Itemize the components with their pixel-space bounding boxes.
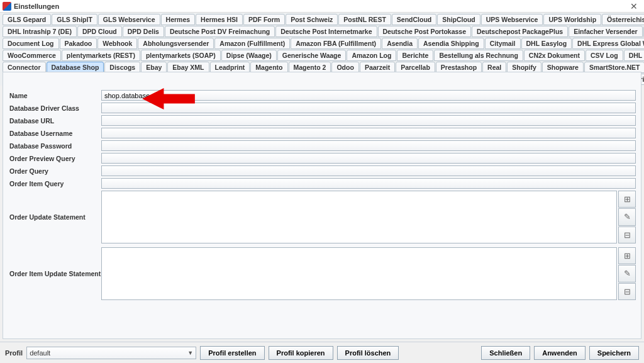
tab-deutschepost-packageplus[interactable]: Deutschepost PackagePlus — [472, 26, 568, 37]
tab-shipcloud[interactable]: ShipCloud — [437, 14, 480, 25]
tab-asendia[interactable]: Asendia — [382, 38, 418, 49]
profile-copy-button[interactable]: Profil kopieren — [269, 346, 333, 360]
pencil-icon: ✎ — [624, 212, 631, 221]
tab-einfacher-versender[interactable]: Einfacher Versender — [569, 26, 643, 37]
order-label: Order Query — [8, 167, 101, 175]
tab-gls-webservice[interactable]: GLS Webservice — [98, 14, 160, 25]
tab-amazon-log[interactable]: Amazon Log — [347, 50, 396, 61]
minus-icon: ⊟ — [624, 230, 631, 240]
tab-ups-worldship[interactable]: UPS Worldship — [543, 14, 601, 25]
tab-deutsche-post-dv-freimachung[interactable]: Deutsche Post DV Freimachung — [165, 26, 275, 37]
tab-asendia-shipping[interactable]: Asendia Shipping — [418, 38, 484, 49]
profile-select[interactable]: default ▼ — [26, 347, 196, 359]
tab-pakadoo[interactable]: Pakadoo — [60, 38, 97, 49]
close-icon[interactable]: ✕ — [626, 1, 641, 11]
app-icon — [3, 2, 11, 11]
tab-pdf-form[interactable]: PDF Form — [243, 14, 285, 25]
tab-dpd-cloud[interactable]: DPD Cloud — [77, 26, 122, 37]
tab-berichte[interactable]: Berichte — [397, 50, 433, 61]
tab-postnl-rest[interactable]: PostNL REST — [338, 14, 391, 25]
tab-csv-log[interactable]: CSV Log — [586, 50, 623, 61]
tab-sendcloud[interactable]: SendCloud — [392, 14, 436, 25]
tab-dhl-intraship-7-de-[interactable]: DHL Intraship 7 (DE) — [3, 26, 77, 37]
chevron-down-icon: ▼ — [187, 350, 193, 356]
tab-cn2x-dokument[interactable]: CN2x Dokument — [524, 50, 585, 61]
tab-plentymarkets-rest-[interactable]: plentymarkets (REST) — [62, 50, 140, 61]
tab-generische-waage[interactable]: Generische Waage — [277, 50, 347, 61]
itemupdate-label: Order Item Update Statement — [8, 270, 101, 277]
preview-input[interactable] — [101, 153, 636, 164]
profile-label: Profil — [5, 349, 23, 357]
plus-icon: ⊞ — [624, 194, 631, 204]
tab-gls-gepard[interactable]: GLS Gepard — [3, 14, 51, 25]
item-label: Order Item Query — [8, 180, 101, 187]
preview-label: Order Preview Query — [8, 155, 101, 162]
itemupdate-add-button[interactable]: ⊞ — [618, 247, 636, 264]
update-add-button[interactable]: ⊞ — [618, 191, 636, 208]
tab-dhl-retoure[interactable]: DHL Retoure — [624, 50, 644, 61]
tab-deutsche-post-portokasse[interactable]: Deutsche Post Portokasse — [378, 26, 471, 37]
tab--sterreichische-post[interactable]: Österreichische Post — [602, 14, 644, 25]
tab-amazon-fba-fulfillment-[interactable]: Amazon FBA (Fulfillment) — [291, 38, 381, 49]
apply-button[interactable]: Anwenden — [534, 346, 586, 360]
name-input[interactable] — [101, 90, 636, 101]
minus-icon: ⊟ — [624, 287, 631, 296]
tab-document-log[interactable]: Document Log — [3, 38, 59, 49]
tab-hermes-hsi[interactable]: Hermes HSI — [196, 14, 243, 25]
plus-icon: ⊞ — [624, 251, 631, 260]
url-label: Database URL — [8, 117, 101, 125]
bottom-bar: Profil default ▼ Profil erstellen Profil… — [0, 342, 644, 363]
profile-value: default — [30, 349, 50, 357]
close-button[interactable]: Schließen — [481, 346, 530, 360]
settings-panel: Name Database Driver Class Database URL … — [3, 72, 641, 339]
tab-webhook[interactable]: Webhook — [97, 38, 137, 49]
tab-hermes[interactable]: Hermes — [161, 14, 196, 25]
tab-gls-shipit[interactable]: GLS ShipIT — [52, 14, 97, 25]
profile-delete-button[interactable]: Profil löschen — [337, 346, 399, 360]
update-label: Order Update Statement — [8, 213, 101, 221]
save-button[interactable]: Speichern — [589, 346, 639, 360]
tab-amazon-fulfillment-[interactable]: Amazon (Fulfillment) — [214, 38, 290, 49]
order-input[interactable] — [101, 165, 636, 176]
update-textarea[interactable] — [101, 191, 617, 243]
tab-dhl-express-global-ws[interactable]: DHL Express Global WS — [572, 38, 644, 49]
update-remove-button[interactable]: ⊟ — [618, 226, 636, 243]
tab-ups-webservice[interactable]: UPS Webservice — [481, 14, 543, 25]
tab-citymail[interactable]: Citymail — [485, 38, 521, 49]
driver-input[interactable] — [101, 103, 636, 113]
profile-create-button[interactable]: Profil erstellen — [200, 346, 264, 360]
itemupdate-textarea[interactable] — [101, 247, 617, 300]
tab-plentymarkets-soap-[interactable]: plentymarkets (SOAP) — [141, 50, 221, 61]
url-input[interactable] — [101, 115, 636, 126]
itemupdate-remove-button[interactable]: ⊟ — [618, 283, 636, 300]
tab-deutsche-post-internetmarke[interactable]: Deutsche Post Internetmarke — [275, 26, 377, 37]
tab-bestellung-als-rechnung[interactable]: Bestellung als Rechnung — [434, 50, 523, 61]
itemupdate-edit-button[interactable]: ✎ — [618, 265, 636, 282]
window-title: Einstellungen — [14, 3, 626, 10]
tab-dipse-waage-[interactable]: Dipse (Waage) — [221, 50, 277, 61]
item-input[interactable] — [101, 178, 636, 189]
tab-dpd-delis[interactable]: DPD Delis — [123, 26, 164, 37]
tab-post-schweiz[interactable]: Post Schweiz — [286, 14, 338, 25]
name-label: Name — [8, 92, 101, 99]
user-input[interactable] — [101, 128, 636, 138]
tab-dhl-easylog[interactable]: DHL Easylog — [521, 38, 572, 49]
pass-input[interactable] — [101, 140, 636, 151]
pencil-icon: ✎ — [624, 269, 631, 278]
user-label: Database Username — [8, 130, 101, 137]
driver-label: Database Driver Class — [8, 104, 101, 112]
pass-label: Database Password — [8, 142, 101, 150]
update-edit-button[interactable]: ✎ — [618, 208, 636, 225]
tab-woocommerce[interactable]: WooCommerce — [3, 50, 61, 61]
tab-abholungsversender[interactable]: Abholungsversender — [138, 38, 214, 49]
